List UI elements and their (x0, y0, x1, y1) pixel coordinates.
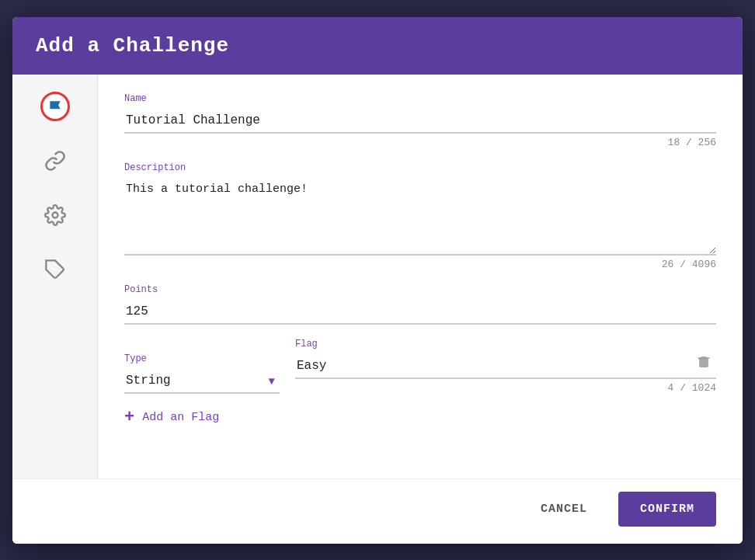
tag-icon (44, 259, 66, 280)
add-flag-plus-icon: + (124, 408, 134, 427)
type-select-wrapper: String Regex Static ▼ (124, 369, 280, 394)
svg-point-0 (52, 212, 57, 217)
dialog: Add a Challenge (12, 17, 743, 544)
flag-input[interactable] (295, 354, 716, 379)
flag-icon-circle (40, 92, 70, 121)
description-field-group: Description This a tutorial challenge! 2… (124, 162, 716, 270)
dialog-header: Add a Challenge (12, 17, 743, 75)
name-input[interactable] (124, 109, 716, 134)
flag-icon (47, 99, 63, 114)
type-label: Type (124, 353, 280, 364)
description-char-count: 26 / 4096 (124, 259, 716, 270)
main-content: Name 18 / 256 Description This a tutoria… (98, 75, 743, 478)
confirm-button[interactable]: CONFIRM (618, 492, 716, 527)
description-input[interactable]: This a tutorial challenge! (124, 178, 716, 256)
sidebar-item-flag[interactable] (39, 90, 71, 123)
description-label: Description (124, 162, 716, 173)
points-label: Points (124, 284, 716, 295)
dialog-title: Add a Challenge (36, 34, 719, 57)
name-label: Name (124, 93, 716, 104)
points-input[interactable] (124, 300, 716, 325)
add-flag-label: Add an Flag (142, 411, 219, 424)
trash-icon (696, 353, 712, 370)
cancel-button[interactable]: CANCEL (519, 492, 609, 527)
dialog-footer: CANCEL CONFIRM (12, 478, 743, 544)
sidebar-item-tag[interactable] (39, 253, 71, 286)
flag-field-group: Flag 4 / 1024 (295, 339, 716, 394)
svg-rect-3 (701, 357, 707, 358)
name-char-count: 18 / 256 (124, 137, 716, 148)
type-field-group: Type String Regex Static ▼ (124, 353, 280, 394)
settings-icon (44, 204, 66, 226)
flag-char-count: 4 / 1024 (295, 382, 716, 394)
svg-rect-2 (699, 358, 708, 367)
link-icon (44, 150, 66, 172)
flag-delete-button[interactable] (691, 352, 716, 376)
type-select[interactable]: String Regex Static (124, 369, 280, 394)
add-flag-button[interactable]: + Add an Flag (124, 408, 716, 427)
points-field-group: Points (124, 284, 716, 325)
flag-input-wrapper (295, 354, 716, 379)
flag-label: Flag (295, 339, 716, 350)
type-flag-row: Type String Regex Static ▼ Flag (124, 339, 716, 394)
sidebar-item-settings[interactable] (39, 199, 71, 231)
dialog-body: Name 18 / 256 Description This a tutoria… (12, 75, 743, 478)
name-field-group: Name 18 / 256 (124, 93, 716, 148)
sidebar (12, 75, 98, 478)
sidebar-item-link[interactable] (39, 144, 71, 177)
